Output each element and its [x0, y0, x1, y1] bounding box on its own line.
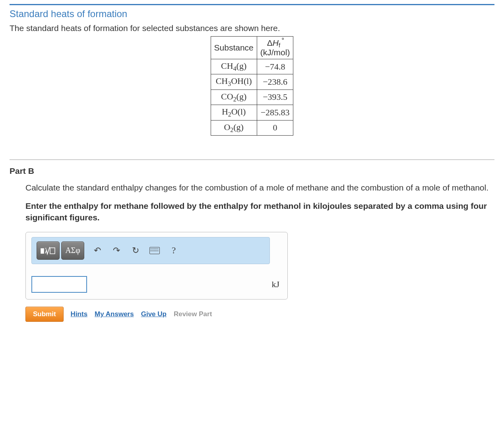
heats-table: Substance ΔHf∘ (kJ/mol) CH4(g) −74.8 CH3…	[211, 36, 294, 136]
intro-text: The standard heats of formation for sele…	[10, 23, 494, 33]
review-part-link: Review Part	[174, 310, 212, 318]
header-substance: Substance	[211, 37, 257, 59]
svg-rect-2	[50, 248, 55, 254]
part-divider	[10, 159, 494, 160]
value-cell: −74.8	[257, 59, 293, 74]
reset-icon[interactable]: ↻	[130, 245, 142, 256]
svg-rect-0	[41, 249, 44, 253]
section-title: Standard heats of formation	[10, 8, 494, 19]
table-row: CH3OH(l) −238.6	[211, 74, 293, 89]
answer-input[interactable]	[31, 276, 87, 293]
submit-button[interactable]: Submit	[25, 307, 64, 322]
substance-cell: O2(g)	[211, 120, 257, 135]
value-cell: −285.83	[257, 105, 293, 120]
section-divider	[10, 4, 494, 5]
substance-cell: CO2(g)	[211, 89, 257, 105]
instruction-text: Enter the enthalpy for methane followed …	[25, 200, 494, 223]
tool-group-buttons: x ΑΣφ	[37, 241, 84, 260]
keyboard-icon[interactable]	[149, 247, 161, 254]
question-text: Calculate the standard enthalpy changes …	[25, 182, 494, 193]
templates-button[interactable]: x	[37, 241, 60, 260]
table-header-row: Substance ΔHf∘ (kJ/mol)	[211, 37, 293, 59]
value-cell: −238.6	[257, 74, 293, 89]
equation-toolbar: x ΑΣφ ↶ ↷ ↻ ?	[31, 237, 270, 264]
table-row: O2(g) 0	[211, 120, 293, 135]
help-icon[interactable]: ?	[168, 245, 180, 256]
part-label: Part B	[10, 166, 494, 176]
answer-box: x ΑΣφ ↶ ↷ ↻ ? kJ	[25, 232, 288, 300]
redo-icon[interactable]: ↷	[110, 245, 122, 256]
table-row: CO2(g) −393.5	[211, 89, 293, 105]
header-value: ΔHf∘ (kJ/mol)	[257, 37, 293, 59]
answer-row: kJ	[31, 276, 282, 293]
templates-icon: x	[40, 245, 56, 256]
give-up-link[interactable]: Give Up	[141, 310, 167, 318]
value-cell: 0	[257, 120, 293, 135]
table-row: H2O(l) −285.83	[211, 105, 293, 120]
substance-cell: H2O(l)	[211, 105, 257, 120]
unit-label: kJ	[271, 279, 282, 290]
substance-cell: CH4(g)	[211, 59, 257, 74]
substance-cell: CH3OH(l)	[211, 74, 257, 89]
my-answers-link[interactable]: My Answers	[95, 310, 134, 318]
greek-button[interactable]: ΑΣφ	[61, 241, 84, 260]
value-cell: −393.5	[257, 89, 293, 105]
hints-link[interactable]: Hints	[71, 310, 88, 318]
table-row: CH4(g) −74.8	[211, 59, 293, 74]
action-row: Submit Hints My Answers Give Up Review P…	[25, 307, 494, 322]
undo-icon[interactable]: ↶	[91, 245, 103, 256]
